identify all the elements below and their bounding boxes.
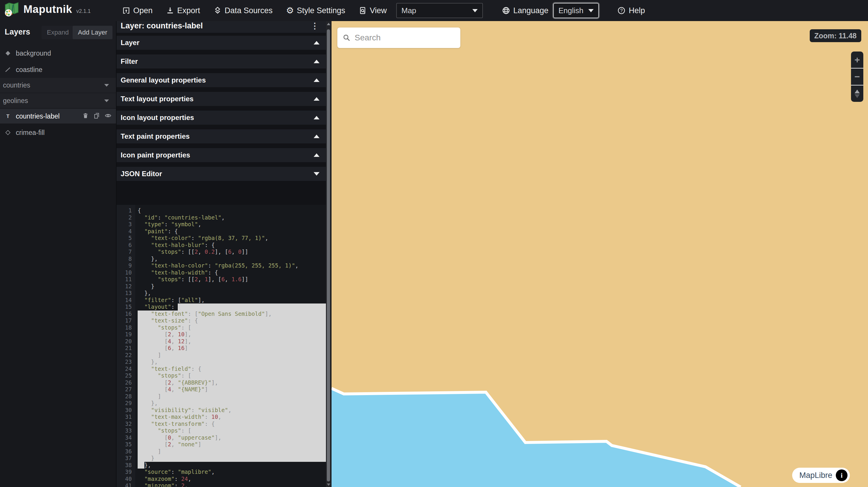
info-icon[interactable]: i bbox=[836, 469, 847, 481]
zoom-in-button[interactable]: + bbox=[851, 52, 863, 68]
menu-item-help[interactable]: ?Help bbox=[617, 6, 645, 15]
code-line: 5 "text-color": "rgba(8, 37, 77, 1)", bbox=[117, 235, 326, 242]
map-canvas[interactable]: Zoom: 11.48 + − MapLibre i bbox=[332, 21, 868, 487]
layer-item-background[interactable]: background bbox=[0, 46, 116, 61]
view-select[interactable]: Map bbox=[396, 3, 483, 18]
symbol-icon: T bbox=[4, 113, 12, 120]
section-filter[interactable]: Filter bbox=[117, 55, 326, 68]
section-layer[interactable]: Layer bbox=[117, 36, 326, 50]
zoom-level-badge: Zoom: 11.48 bbox=[810, 29, 862, 42]
section-label: Layer bbox=[121, 39, 140, 47]
menu-item-style-settings[interactable]: ⚙Style Settings bbox=[286, 6, 345, 15]
code-line: 27 [4, "{NAME}"] bbox=[117, 386, 326, 393]
line-number: 28 bbox=[117, 393, 132, 400]
layer-item-countries-label[interactable]: Tcountries-label bbox=[0, 109, 116, 124]
layer-item-crimea-fill[interactable]: crimea-fill bbox=[0, 125, 116, 140]
menu-item-open[interactable]: Open bbox=[122, 6, 153, 15]
layer-item-coastline[interactable]: coastline bbox=[0, 62, 116, 77]
line-number: 10 bbox=[117, 269, 132, 276]
app-name: Maputnik bbox=[24, 3, 72, 15]
line-number: 32 bbox=[117, 421, 132, 428]
code-line: 9 "text-halo-color": "rgba(255, 255, 255… bbox=[117, 262, 326, 269]
menu-item-view[interactable]: View bbox=[359, 6, 387, 15]
map-water-shape bbox=[332, 21, 868, 487]
section-text-paint-properties[interactable]: Text paint properties bbox=[117, 129, 326, 143]
line-number: 37 bbox=[117, 455, 132, 462]
menu-item-label: View bbox=[370, 6, 387, 15]
fill-icon bbox=[4, 50, 12, 57]
section-label: General layout properties bbox=[121, 76, 206, 84]
compass-reset-button[interactable] bbox=[851, 85, 863, 102]
expand-arrow-icon bbox=[314, 41, 319, 44]
bearing-icon bbox=[855, 90, 860, 98]
line-number: 39 bbox=[117, 468, 132, 476]
code-line: 1{ bbox=[117, 207, 326, 214]
layer-group-countries[interactable]: countries bbox=[0, 78, 116, 93]
menu-item-data-sources[interactable]: Data Sources bbox=[214, 6, 273, 15]
menu-item-label: Style Settings bbox=[297, 6, 345, 15]
expand-button[interactable]: Expand bbox=[41, 26, 74, 39]
code-line: 37 } bbox=[117, 455, 326, 462]
line-number: 22 bbox=[117, 352, 132, 359]
duplicate-icon[interactable] bbox=[93, 112, 100, 120]
line-number: 26 bbox=[117, 379, 132, 386]
section-general-layout-properties[interactable]: General layout properties bbox=[117, 73, 326, 87]
line-number: 11 bbox=[117, 276, 132, 283]
expand-arrow-icon bbox=[314, 153, 319, 157]
code-line: 17 "text-size": { bbox=[117, 317, 326, 324]
menu-item-label: Export bbox=[177, 6, 200, 15]
code-line: 31 "text-max-width": 10, bbox=[117, 414, 326, 421]
language-select[interactable]: English bbox=[553, 3, 599, 18]
menu-item-language[interactable]: Language bbox=[502, 6, 549, 15]
line-number: 29 bbox=[117, 400, 132, 407]
section-label: Text paint properties bbox=[121, 132, 190, 140]
search-input[interactable] bbox=[354, 33, 460, 42]
svg-text:T: T bbox=[6, 113, 10, 119]
json-editor[interactable]: 1{2 "id": "countries-label",3 "type": "s… bbox=[117, 205, 326, 487]
code-line: 18 "stops": [ bbox=[117, 324, 326, 331]
attribution-link[interactable]: MapLibre bbox=[799, 471, 832, 480]
expand-arrow-icon bbox=[314, 60, 319, 63]
scrollbar-up-arrow-icon[interactable] bbox=[327, 23, 330, 25]
line-number: 41 bbox=[117, 482, 132, 487]
delete-icon[interactable] bbox=[82, 112, 89, 120]
line-number: 27 bbox=[117, 386, 132, 393]
kebab-menu-icon[interactable]: ⋮ bbox=[311, 21, 319, 31]
add-layer-button[interactable]: Add Layer bbox=[73, 26, 113, 39]
section-json-editor[interactable]: JSON Editor bbox=[117, 167, 326, 181]
code-line: 21 [6, 16] bbox=[117, 345, 326, 352]
menu-item-export[interactable]: Export bbox=[166, 6, 200, 15]
section-text-layout-properties[interactable]: Text layout properties bbox=[117, 92, 326, 106]
language-label: Language bbox=[514, 6, 549, 15]
code-line: 22 ] bbox=[117, 352, 326, 359]
layer-label: coastline bbox=[16, 66, 42, 74]
section-label: Icon paint properties bbox=[121, 151, 190, 159]
layer-label: crimea-fill bbox=[16, 129, 44, 137]
layer-group-geolines[interactable]: geolines bbox=[0, 93, 116, 108]
visibility-icon[interactable] bbox=[104, 112, 112, 120]
layers-sidebar: Layers Expand Add Layer backgroundcoastl… bbox=[0, 21, 117, 487]
top-bar: Maputnik v2.1.1 OpenExportData Sources⚙S… bbox=[0, 0, 868, 21]
code-line: 23 }, bbox=[117, 359, 326, 365]
search-icon bbox=[343, 33, 350, 42]
section-label: Filter bbox=[121, 57, 138, 66]
scrollbar-thumb[interactable] bbox=[327, 29, 330, 481]
section-icon-layout-properties[interactable]: Icon layout properties bbox=[117, 110, 326, 125]
line-number: 19 bbox=[117, 331, 132, 338]
layer-label: background bbox=[16, 50, 51, 57]
maputnik-logo bbox=[4, 1, 19, 18]
line-number: 3 bbox=[117, 221, 132, 228]
expand-arrow-icon bbox=[314, 116, 319, 120]
zoom-out-button[interactable]: − bbox=[851, 68, 863, 85]
line-number: 38 bbox=[117, 462, 132, 469]
line-number: 34 bbox=[117, 434, 132, 441]
code-line: 25 "stops": [ bbox=[117, 372, 326, 379]
export-icon bbox=[166, 6, 174, 14]
line-icon bbox=[4, 66, 12, 73]
brand: Maputnik v2.1.1 bbox=[4, 1, 91, 18]
scrollbar-down-arrow-icon[interactable] bbox=[327, 484, 330, 486]
section-icon-paint-properties[interactable]: Icon paint properties bbox=[117, 148, 326, 162]
collapse-arrow-icon bbox=[314, 172, 319, 175]
line-number: 25 bbox=[117, 372, 132, 379]
line-number: 18 bbox=[117, 324, 132, 331]
